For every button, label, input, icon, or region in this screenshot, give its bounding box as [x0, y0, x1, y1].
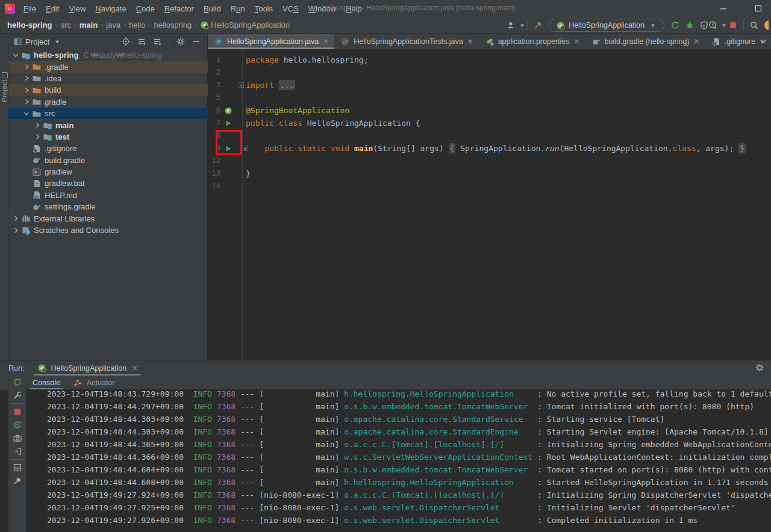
profiler-button[interactable] — [711, 19, 726, 32]
tree-item-hello-spring[interactable]: hello-springC:₩study₩hello-spring — [8, 49, 208, 61]
tree-item-Scratches-and-Consoles[interactable]: Scratches and Consoles — [8, 224, 208, 236]
user-button[interactable] — [510, 19, 524, 32]
breadcrumb-item-main[interactable]: main — [78, 20, 99, 29]
notification-badge[interactable] — [761, 19, 769, 32]
tree-item-settings-gradle[interactable]: settings.gradle — [8, 201, 208, 212]
rerun-button[interactable] — [10, 376, 25, 389]
expand-all-icon — [136, 36, 147, 47]
debug-button[interactable] — [682, 19, 697, 32]
close-icon[interactable]: ✕ — [694, 37, 700, 46]
tab-HelloSpringApplicationTests-java[interactable]: HelloSpringApplicationTests.java✕ — [334, 34, 478, 49]
build-hammer-button[interactable] — [531, 19, 545, 32]
tree-item--gradle[interactable]: .gradle — [8, 61, 208, 72]
build-hammer-icon — [532, 20, 543, 31]
tree-chevron[interactable] — [22, 85, 31, 96]
tab-console[interactable]: Console — [27, 376, 66, 389]
console-log[interactable]: 2023-12-04T19:48:43.729+09:00 INFO 7368 … — [47, 390, 771, 532]
close-icon[interactable]: ✕ — [323, 37, 329, 46]
tab-application-properties[interactable]: application.properties✕ — [479, 34, 585, 49]
breadcrumb-item-hello-spring[interactable]: hello-spring — [6, 20, 53, 29]
tab-label: application.properties — [498, 37, 570, 46]
breadcrumb-item-HelloSpringApplication[interactable]: HelloSpringApplication — [210, 20, 291, 29]
camera-button[interactable] — [10, 431, 25, 445]
tab-actuator[interactable]: Actuator — [66, 376, 121, 389]
spring-leaf-icon — [555, 20, 566, 31]
hide-button[interactable] — [189, 35, 204, 48]
tree-chevron[interactable] — [11, 50, 20, 61]
tree-chevron[interactable] — [33, 131, 42, 142]
code-editor[interactable]: 1package hello.hellospring;23+import ...… — [208, 49, 771, 360]
expand-all-button[interactable] — [134, 35, 149, 48]
stop-button[interactable] — [726, 19, 740, 32]
search-button[interactable] — [747, 19, 761, 32]
stripe-project-button[interactable]: Project — [1, 79, 8, 102]
menu-file[interactable]: File — [19, 2, 41, 16]
tab-build-gradle-hello-spring-[interactable]: build.gradle (hello-spring)✕ — [585, 34, 705, 49]
tree-item-HELP-md[interactable]: HELP.md — [8, 190, 208, 201]
menu-navigate[interactable]: Navigate — [90, 2, 131, 16]
menu-vcs[interactable]: VCS — [278, 2, 304, 16]
gear-icon[interactable] — [754, 362, 765, 373]
project-panel-title[interactable]: Project — [25, 37, 49, 46]
caret-down-icon — [517, 20, 528, 31]
tree-label: gradlew.bat — [45, 179, 85, 188]
close-icon[interactable]: ✕ — [467, 37, 473, 46]
breadcrumb-separator: › — [74, 21, 76, 29]
menu-run[interactable]: Run — [226, 2, 250, 16]
run-configuration-combo[interactable]: HelloSpringApplication — [549, 19, 664, 32]
breadcrumb-item-hello[interactable]: hello — [128, 20, 146, 29]
wrench-button[interactable] — [10, 389, 25, 402]
restart-button[interactable] — [10, 418, 25, 431]
tree-item-main[interactable]: main — [8, 119, 208, 131]
locate-button[interactable] — [119, 35, 133, 48]
pin-button[interactable] — [10, 474, 25, 487]
minimize-button[interactable] — [718, 3, 729, 14]
rerun-button[interactable] — [668, 19, 682, 32]
close-icon[interactable]: ✕ — [574, 37, 580, 46]
tab-HelloSpringApplication-java[interactable]: HelloSpringApplication.java✕ — [208, 34, 334, 49]
tree-item--gitignore[interactable]: .gitignore — [8, 143, 208, 154]
run-tab[interactable]: HelloSpringApplication ✕ — [34, 360, 140, 376]
tree-item-build-gradle[interactable]: build.gradle — [8, 155, 208, 166]
fold-marker[interactable]: + — [239, 82, 244, 88]
tree-chevron[interactable] — [11, 213, 20, 224]
tree-item-gradlew-bat[interactable]: gradlew.bat — [8, 178, 208, 189]
tree-item-External-Libraries[interactable]: External Libraries — [8, 212, 208, 224]
chevron-down-icon[interactable] — [52, 36, 63, 47]
tree-label: gradle — [45, 97, 66, 107]
close-icon[interactable]: ✕ — [131, 363, 137, 373]
tree-item-test[interactable]: test — [8, 131, 208, 143]
tree-item-gradle[interactable]: gradle — [8, 96, 208, 108]
tree-label: settings.gradle — [45, 202, 96, 211]
tree-item--idea[interactable]: .idea — [8, 73, 208, 84]
tree-item-gradlew[interactable]: gradlew — [8, 166, 208, 178]
tree-chevron[interactable] — [22, 61, 31, 72]
run-console[interactable]: 2023-12-04T19:48:43.729+09:00 INFO 7368 … — [0, 390, 771, 532]
tree-chevron[interactable] — [22, 96, 31, 107]
tab-list-chevron-icon[interactable] — [758, 36, 769, 47]
settings-button[interactable] — [173, 35, 188, 48]
tree-chevron[interactable] — [22, 108, 31, 119]
tree-chevron[interactable] — [33, 120, 42, 131]
gradle-icon — [31, 202, 42, 212]
collapse-all-button[interactable] — [150, 35, 164, 48]
title-bar: IJ FileEditViewNavigateCodeRefactorBuild… — [0, 0, 771, 17]
stop-button[interactable] — [10, 405, 25, 418]
layout-button[interactable] — [10, 461, 25, 474]
menu-view[interactable]: View — [64, 2, 90, 16]
tree-item-src[interactable]: src — [8, 108, 208, 119]
tree-chevron[interactable] — [11, 225, 20, 236]
chevron-right-icon — [21, 61, 32, 72]
menu-tools[interactable]: Tools — [250, 2, 278, 16]
menu-code[interactable]: Code — [131, 2, 160, 16]
breadcrumb-item-java[interactable]: java — [105, 20, 122, 29]
breadcrumb-item-src[interactable]: src — [59, 20, 72, 29]
menu-refactor[interactable]: Refactor — [160, 2, 199, 16]
menu-build[interactable]: Build — [199, 2, 226, 16]
tree-item-build[interactable]: build — [8, 84, 208, 96]
maximize-button[interactable] — [753, 3, 764, 14]
tree-chevron[interactable] — [22, 73, 31, 84]
menu-edit[interactable]: Edit — [41, 2, 64, 16]
breadcrumb-item-hellospring[interactable]: hellospring — [152, 20, 193, 29]
exit-button[interactable] — [10, 445, 25, 458]
